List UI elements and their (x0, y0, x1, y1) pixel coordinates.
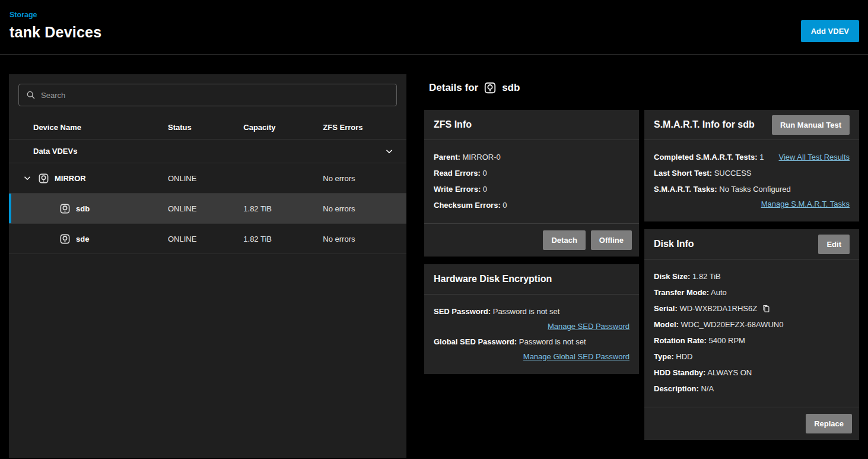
disk-info-body: Disk Size: 1.82 TiB Transfer Mode: Auto … (644, 259, 859, 407)
zfs-field-parent: Parent: MIRROR-0 (434, 149, 629, 165)
smart-tasks-field: S.M.A.R.T. Tasks: No Tasks Configured (654, 181, 850, 197)
chevron-down-icon[interactable] (384, 146, 395, 157)
details-panel: Details for sdb ZFS Info Parent: MIRROR-… (406, 55, 868, 458)
encryption-title: Hardware Disk Encryption (434, 274, 552, 284)
smart-info-title: S.M.A.R.T. Info for sdb (654, 119, 755, 130)
zfs-info-card: ZFS Info Parent: MIRROR-0 Read Errors: 0… (424, 110, 639, 257)
table-header-row: Device Name Status Capacity ZFS Errors (9, 116, 406, 140)
table-row-sdb[interactable]: sdb ONLINE 1.82 TiB No errors (9, 194, 406, 224)
manage-smart-tasks-link[interactable]: Manage S.M.A.R.T. Tasks (761, 200, 850, 208)
device-name: sdb (76, 204, 90, 213)
disk-info-title: Disk Info (654, 239, 694, 249)
manage-global-sed-password-row: Manage Global SED Password (434, 350, 629, 364)
main-content: Device Name Status Capacity ZFS Errors D… (0, 55, 868, 458)
sed-password-field: SED Password: Password is not set (434, 303, 629, 319)
details-device-name: sdb (502, 82, 520, 94)
view-all-test-results-link[interactable]: View All Test Results (779, 149, 850, 165)
manage-global-sed-password-link[interactable]: Manage Global SED Password (523, 352, 629, 361)
disk-size-field: Disk Size: 1.82 TiB (654, 268, 850, 284)
edit-button[interactable]: Edit (818, 235, 850, 254)
completed-smart-tests-field: Completed S.M.A.R.T. Tests: 1 View All T… (654, 149, 850, 165)
offline-button[interactable]: Offline (591, 230, 632, 250)
column-header-status: Status (168, 123, 243, 132)
transfer-mode-field: Transfer Mode: Auto (654, 284, 850, 300)
device-zfs-errors: No errors (323, 235, 406, 243)
device-status: ONLINE (168, 235, 243, 243)
device-name: sde (76, 235, 89, 243)
search-input[interactable] (41, 91, 389, 100)
chevron-down-icon[interactable] (22, 173, 33, 183)
last-short-test-field: Last Short Test: SUCCESS (654, 165, 850, 181)
zfs-field-write-errors: Write Errors: 0 (434, 181, 629, 197)
details-title: Details for sdb (429, 81, 859, 94)
details-title-prefix: Details for (429, 82, 478, 94)
disk-icon (484, 81, 497, 94)
device-zfs-errors: No errors (323, 174, 406, 183)
hdd-standby-field: HDD Standby: ALWAYS ON (654, 365, 850, 381)
smart-info-card: S.M.A.R.T. Info for sdb Run Manual Test … (644, 110, 859, 221)
manage-sed-password-row: Manage SED Password (434, 319, 629, 334)
run-manual-test-button[interactable]: Run Manual Test (772, 115, 850, 135)
replace-button[interactable]: Replace (806, 414, 852, 433)
device-name-cell: MIRROR (9, 173, 168, 184)
zfs-info-title: ZFS Info (434, 119, 472, 130)
device-tree-panel: Device Name Status Capacity ZFS Errors D… (9, 74, 406, 458)
header-titles: Storage tank Devices (9, 11, 101, 41)
disk-info-card: Disk Info Edit Disk Size: 1.82 TiB Trans… (644, 229, 859, 440)
column-header-capacity: Capacity (243, 123, 323, 132)
disk-info-footer: Replace (644, 407, 859, 440)
add-vdev-button[interactable]: Add VDEV (801, 20, 859, 42)
manage-sed-password-link[interactable]: Manage SED Password (548, 322, 629, 331)
zfs-info-header: ZFS Info (424, 110, 639, 140)
disk-icon (38, 173, 49, 184)
zfs-info-body: Parent: MIRROR-0 Read Errors: 0 Write Er… (424, 140, 639, 223)
type-field: Type: HDD (654, 349, 850, 365)
serial-field: Serial: WD-WXB2DA1RHS6Z (654, 300, 850, 316)
smart-info-body: Completed S.M.A.R.T. Tests: 1 View All T… (644, 140, 859, 221)
zfs-field-checksum-errors: Checksum Errors: 0 (434, 197, 629, 213)
group-label: Data VDEVs (9, 147, 168, 156)
device-name-cell: sde (9, 233, 168, 245)
device-capacity: 1.82 TiB (243, 235, 323, 243)
device-capacity: 1.82 TiB (243, 204, 323, 213)
rotation-rate-field: Rotation Rate: 5400 RPM (654, 333, 850, 349)
column-header-zfs-errors: ZFS Errors (323, 123, 406, 132)
encryption-header: Hardware Disk Encryption (424, 264, 639, 295)
description-field: Description: N/A (654, 381, 850, 397)
model-field: Model: WDC_WD20EFZX-68AWUN0 (654, 316, 850, 333)
manage-smart-tasks-row: Manage S.M.A.R.T. Tasks (654, 197, 850, 211)
smart-info-header: S.M.A.R.T. Info for sdb Run Manual Test (644, 110, 859, 140)
breadcrumb[interactable]: Storage (9, 11, 101, 19)
disk-info-header: Disk Info Edit (644, 229, 859, 259)
global-sed-password-field: Global SED Password: Password is not set (434, 334, 629, 350)
cards-left-column: ZFS Info Parent: MIRROR-0 Read Errors: 0… (424, 110, 639, 374)
table-row-sde[interactable]: sde ONLINE 1.82 TiB No errors (9, 224, 406, 254)
zfs-info-footer: Detach Offline (424, 223, 639, 257)
device-status: ONLINE (168, 204, 243, 213)
page-header: Storage tank Devices Add VDEV (0, 0, 868, 42)
copy-icon[interactable] (762, 304, 771, 313)
search-icon (26, 90, 36, 100)
zfs-field-read-errors: Read Errors: 0 (434, 165, 629, 181)
hardware-disk-encryption-card: Hardware Disk Encryption SED Password: P… (424, 264, 639, 374)
table-row-mirror[interactable]: MIRROR ONLINE No errors (9, 163, 406, 194)
device-status: ONLINE (168, 174, 243, 183)
cards-right-column: S.M.A.R.T. Info for sdb Run Manual Test … (644, 110, 859, 440)
disk-icon (59, 233, 71, 245)
detach-button[interactable]: Detach (543, 230, 585, 250)
device-name-cell: sdb (9, 203, 168, 214)
page-title: tank Devices (9, 24, 101, 41)
column-header-device-name: Device Name (9, 123, 168, 132)
disk-icon (59, 203, 71, 214)
details-cards: ZFS Info Parent: MIRROR-0 Read Errors: 0… (424, 110, 859, 440)
encryption-body: SED Password: Password is not set Manage… (424, 295, 639, 374)
device-name: MIRROR (55, 174, 86, 183)
device-zfs-errors: No errors (323, 204, 406, 213)
search-box[interactable] (18, 84, 397, 106)
group-row-data-vdevs[interactable]: Data VDEVs (9, 140, 406, 163)
